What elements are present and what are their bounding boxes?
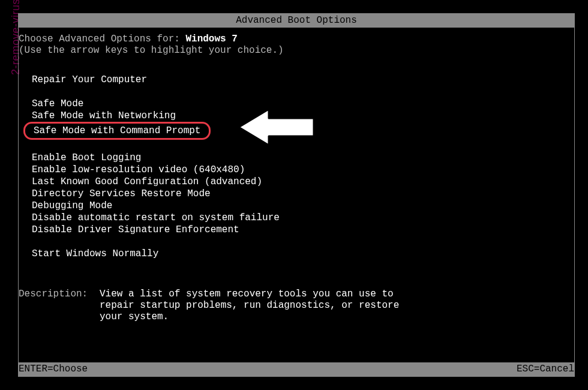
os-name: Windows 7 [185,34,237,44]
content-area: Choose Advanced Options for: Windows 7 (… [19,28,574,323]
option-safe-mode-cmd-highlighted[interactable]: Safe Mode with Command Prompt [23,122,211,140]
option-boot-logging[interactable]: Enable Boot Logging [32,152,574,164]
option-safe-mode-networking[interactable]: Safe Mode with Networking [32,110,574,122]
option-safe-mode[interactable]: Safe Mode [32,98,574,110]
option-disable-driver-sig[interactable]: Disable Driver Signature Enforcement [32,224,574,236]
option-directory-restore[interactable]: Directory Services Restore Mode [32,188,574,200]
boot-options-window: Advanced Boot Options Choose Advanced Op… [18,13,575,377]
option-repair-computer[interactable]: Repair Your Computer [32,74,574,86]
option-disable-auto-restart[interactable]: Disable automatic restart on system fail… [32,212,574,224]
option-start-normally[interactable]: Start Windows Normally [32,248,574,260]
option-last-known-good[interactable]: Last Known Good Configuration (advanced) [32,176,574,188]
window-title: Advanced Boot Options [19,14,574,28]
description-block: Description: View a list of system recov… [19,289,574,323]
footer-enter-hint: ENTER=Choose [19,364,88,375]
instruction-text: (Use the arrow keys to highlight your ch… [19,45,574,56]
options-list: Repair Your Computer Safe Mode Safe Mode… [19,74,574,260]
option-debugging-mode[interactable]: Debugging Mode [32,200,574,212]
footer-bar: ENTER=Choose ESC=Cancel [19,362,574,376]
header-prefix: Choose Advanced Options for: [19,34,185,44]
option-low-res-video[interactable]: Enable low-resolution video (640x480) [32,164,574,176]
footer-esc-hint: ESC=Cancel [517,364,574,375]
description-text: View a list of system recovery tools you… [100,289,424,323]
header-line: Choose Advanced Options for: Windows 7 [19,34,574,45]
description-label: Description: [19,289,100,323]
